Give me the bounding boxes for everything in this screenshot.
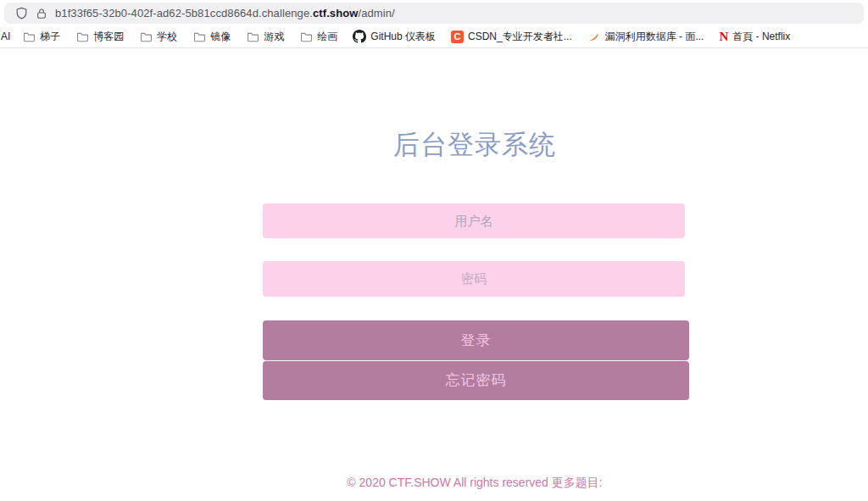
url-prefix: b1f33f65-32b0-402f-ad62-5b81ccd8664d.cha…: [55, 7, 313, 19]
url-text[interactable]: b1f33f65-32b0-402f-ad62-5b81ccd8664d.cha…: [55, 7, 395, 19]
bookmark-csdn[interactable]: C CSDN_专业开发者社...: [451, 30, 572, 44]
copyright-footer: © 2020 CTF.SHOW All rights reserved 更多题目…: [263, 476, 687, 491]
bookmark-github[interactable]: GitHub 仪表板: [353, 30, 436, 44]
password-input[interactable]: [263, 261, 685, 297]
login-panel: 后台登录系统 登录 忘记密码 © 2020 CTF.SHOW All right…: [263, 48, 687, 491]
bookmark-label: AI: [1, 31, 10, 42]
urlbar-strip: b1f33f65-32b0-402f-ad62-5b81ccd8664d.cha…: [0, 0, 868, 25]
github-icon: [353, 30, 366, 43]
url-path: /admin/: [358, 7, 394, 19]
folder-icon: [299, 30, 313, 43]
bookmark-folder-huihua[interactable]: 绘画: [299, 30, 337, 44]
bookmark-folder-jingxiang[interactable]: 镜像: [192, 30, 231, 44]
bookmark-label: 绘画: [317, 30, 337, 44]
bookmark-label: GitHub 仪表板: [370, 30, 436, 44]
page-title: 后台登录系统: [263, 48, 687, 163]
username-input[interactable]: [263, 203, 685, 238]
bookmark-exploit-db[interactable]: 漏洞利用数据库 - 面...: [587, 30, 704, 44]
folder-icon: [22, 30, 36, 43]
lock-icon[interactable]: [36, 8, 47, 19]
bookmark-netflix[interactable]: N 首頁 - Netflix: [719, 30, 790, 44]
bookmark-label: CSDN_专业开发者社...: [468, 30, 572, 44]
bookmarks-bar: AI 梯子 博客园 学校 镜像 游戏 绘画 GitHub 仪表板: [0, 25, 868, 48]
folder-icon: [246, 30, 259, 43]
bookmark-ai[interactable]: AI: [1, 31, 10, 42]
address-bar[interactable]: b1f33f65-32b0-402f-ad62-5b81ccd8664d.cha…: [4, 3, 864, 24]
bookmark-label: 梯子: [40, 30, 60, 44]
bookmark-folder-bokeyuan[interactable]: 博客园: [75, 30, 124, 44]
bookmark-folder-tizi[interactable]: 梯子: [22, 30, 60, 44]
browser-chrome: b1f33f65-32b0-402f-ad62-5b81ccd8664d.cha…: [0, 0, 868, 48]
url-domain: ctf.show: [313, 7, 359, 19]
bookmark-label: 博客园: [93, 30, 124, 44]
login-form: 登录 忘记密码: [263, 203, 687, 400]
folder-icon: [75, 30, 89, 43]
bookmark-label: 漏洞利用数据库 - 面...: [605, 30, 704, 44]
shield-icon[interactable]: [15, 7, 28, 19]
bookmark-label: 游戏: [264, 30, 284, 44]
folder-icon: [192, 30, 206, 43]
exploit-db-icon: [587, 30, 601, 43]
bookmark-label: 镜像: [210, 30, 231, 44]
csdn-icon: C: [451, 31, 464, 43]
bookmark-folder-xuexiao[interactable]: 学校: [139, 30, 177, 44]
forgot-password-button[interactable]: 忘记密码: [263, 361, 689, 400]
page-viewport: 后台登录系统 登录 忘记密码 © 2020 CTF.SHOW All right…: [0, 48, 868, 500]
bookmark-label: 首頁 - Netflix: [732, 30, 790, 44]
bookmark-label: 学校: [157, 30, 177, 44]
netflix-icon: N: [719, 31, 728, 43]
folder-icon: [139, 30, 153, 43]
login-button[interactable]: 登录: [263, 320, 689, 360]
bookmark-folder-youxi[interactable]: 游戏: [246, 30, 284, 44]
